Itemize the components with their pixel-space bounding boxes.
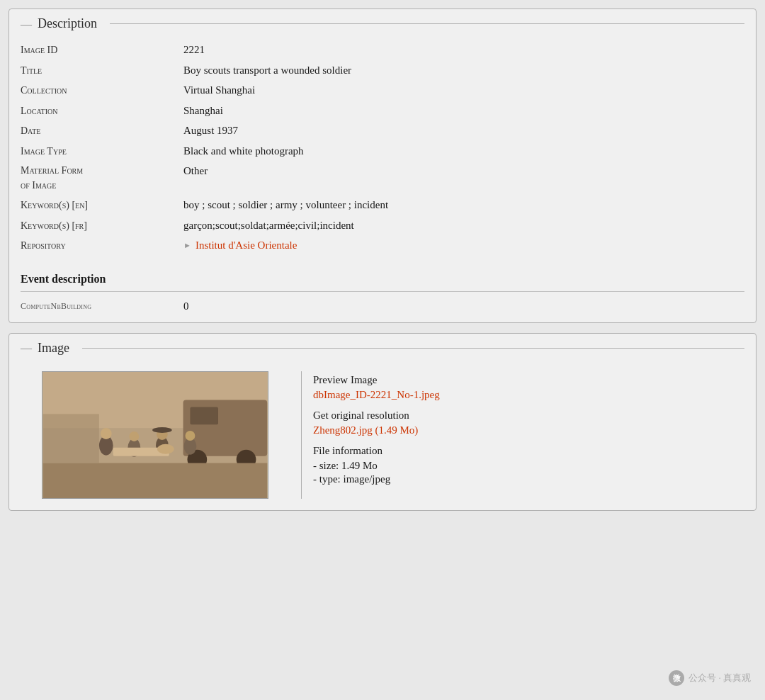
section-header-image: — Image [21,334,744,356]
value-material-form: Other [183,163,744,179]
image-info-panel: Preview Image dbImage_ID-2221_No-1.jpeg … [313,371,744,499]
description-panel: — Description Image ID 2221 Title Boy sc… [8,9,756,323]
label-keywords-fr: Keyword(s) [fr] [21,218,183,233]
description-table: Image ID 2221 Title Boy scouts transport… [9,40,756,267]
preview-image-label: Preview Image [313,374,744,386]
label-material-form: Material Form of Image [21,163,183,193]
row-keywords-en: Keyword(s) [en] boy ; scout ; soldier ; … [21,195,744,215]
svg-point-17 [186,431,196,441]
value-title: Boy scouts transport a wounded soldier [183,62,744,79]
label-repository: Repository [21,237,183,253]
row-image-id: Image ID 2221 [21,40,744,60]
event-section-title: Event description [21,273,744,286]
row-location: Location Shanghai [21,101,744,121]
svg-point-8 [101,428,112,439]
watermark-text: 公众号 · 真真观 [688,672,751,684]
svg-rect-19 [43,414,99,463]
section-dash-image: — [21,341,32,354]
section-divider-image [82,348,744,349]
row-repository: Repository ► Institut d'Asie Orientale [21,235,744,256]
row-material-form: Material Form of Image Other [21,161,744,195]
event-row-compute: ComputeNbBuilding 0 [21,299,744,320]
value-image-id: 2221 [183,42,744,58]
section-dash-description: — [21,18,32,30]
value-image-type: Black and white photograph [183,143,744,159]
image-section-divider [301,371,302,499]
label-image-id: Image ID [21,42,183,57]
row-date: Date August 1937 [21,120,744,141]
file-info-label: File information [313,445,744,457]
image-thumbnail [42,371,268,499]
thumbnail-svg [42,372,268,498]
original-image-link[interactable]: Zheng802.jpg (1.49 Mo) [313,424,744,436]
repo-triangle-icon: ► [183,239,191,252]
watermark: 微 公众号 · 真真观 [669,670,751,686]
label-compute-nb: ComputeNbBuilding [21,301,183,312]
value-keywords-fr: garçon;scout;soldat;armée;civil;incident [183,218,744,234]
value-location: Shanghai [183,103,744,119]
page-wrapper: — Description Image ID 2221 Title Boy sc… [0,0,765,700]
event-divider [21,291,744,292]
value-date: August 1937 [183,123,744,139]
svg-rect-3 [190,407,218,424]
label-title: Title [21,62,183,78]
value-collection: Virtual Shanghai [183,82,744,98]
label-location: Location [21,103,183,118]
image-thumb-wrapper [21,371,290,499]
file-type: - type: image/jpeg [313,473,744,485]
value-compute-nb: 0 [183,300,189,312]
label-date: Date [21,123,183,138]
row-image-type: Image Type Black and white photograph [21,141,744,162]
watermark-icon: 微 [669,670,684,686]
label-keywords-en: Keyword(s) [en] [21,197,183,213]
label-image-type: Image Type [21,143,183,159]
section-title-image: Image [38,341,76,356]
svg-rect-6 [43,463,267,497]
preview-image-link[interactable]: dbImage_ID-2221_No-1.jpeg [313,389,744,401]
row-title: Title Boy scouts transport a wounded sol… [21,60,744,81]
original-resolution-label: Get original resolution [313,410,744,422]
svg-point-15 [157,444,174,453]
row-keywords-fr: Keyword(s) [fr] garçon;scout;soldat;armé… [21,215,744,236]
label-collection: Collection [21,82,183,98]
repository-link[interactable]: Institut d'Asie Orientale [196,237,744,254]
section-divider-description [110,23,744,24]
event-section: Event description ComputeNbBuilding 0 [9,267,756,322]
image-panel: — Image [8,333,756,511]
image-content: Preview Image dbImage_ID-2221_No-1.jpeg … [9,364,756,510]
section-title-description: Description [38,16,104,31]
row-collection: Collection Virtual Shanghai [21,80,744,101]
value-repository: ► Institut d'Asie Orientale [183,237,744,254]
svg-point-13 [152,427,172,433]
file-size: - size: 1.49 Mo [313,460,744,472]
svg-point-10 [129,431,139,441]
section-header-description: — Description [21,9,744,31]
value-keywords-en: boy ; scout ; soldier ; army ; volunteer… [183,197,744,213]
